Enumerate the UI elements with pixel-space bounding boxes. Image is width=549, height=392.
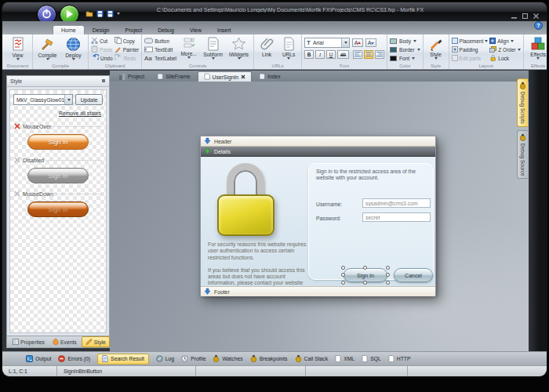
- panel-pin-icon[interactable]: [101, 78, 106, 84]
- effects-button[interactable]: Effects: [526, 36, 547, 60]
- tab-call-stack[interactable]: Call Stack: [295, 354, 329, 363]
- design-canvas[interactable]: Header Details For security reasons this…: [110, 82, 529, 351]
- more-controls-button[interactable]: More...: [178, 36, 199, 59]
- details-band[interactable]: Details: [201, 147, 435, 157]
- tab-output[interactable]: Output: [26, 355, 51, 363]
- selection-handle[interactable]: [386, 281, 390, 285]
- body-color-button[interactable]: Body: [390, 37, 420, 45]
- mousedown-state-icon[interactable]: [14, 191, 20, 198]
- italic-button[interactable]: I: [315, 50, 325, 59]
- painter-button[interactable]: Painter: [115, 45, 140, 53]
- bold-button[interactable]: B: [304, 50, 314, 59]
- button-control-button[interactable]: Button: [144, 37, 176, 45]
- shrink-font-button[interactable]: A: [365, 38, 376, 47]
- tab-profile[interactable]: Profile: [181, 355, 205, 363]
- state-button-mouseover[interactable]: Sign In: [27, 134, 89, 150]
- save-all-icon[interactable]: [107, 6, 114, 20]
- tab-properties[interactable]: Properties: [9, 338, 48, 347]
- tab-debug-scripts[interactable]: Debug Scripts: [517, 78, 528, 127]
- grow-font-button[interactable]: A: [352, 38, 363, 47]
- deploy-button[interactable]: Deploy: [61, 36, 85, 60]
- state-button-disabled[interactable]: Sign In: [27, 168, 89, 183]
- lock-button[interactable]: Lock: [489, 54, 520, 62]
- placement-button[interactable]: Placement: [452, 37, 489, 45]
- ribbon-tab-view[interactable]: View: [182, 26, 209, 34]
- copy-button[interactable]: Copy: [115, 37, 140, 45]
- padding-button[interactable]: Padding: [452, 45, 489, 53]
- strikethrough-button[interactable]: ab: [337, 50, 349, 59]
- font-family-combo[interactable]: T Arial: [304, 38, 350, 48]
- edit-parts-button[interactable]: Edit parts: [452, 54, 489, 62]
- iwidgets-button[interactable]: iWidgets: [227, 36, 251, 60]
- tab-close-icon[interactable]: [241, 74, 245, 80]
- state-button-mousedown[interactable]: Sign In: [27, 201, 89, 217]
- view-button[interactable]: View: [5, 36, 30, 60]
- tab-http[interactable]: HTTP: [388, 355, 411, 363]
- style-preset-combo[interactable]: MkV_GlassyGlow01: [13, 94, 73, 105]
- ribbon-tab-project[interactable]: Project: [117, 26, 150, 34]
- window-title: C:\Documents and Settings\Mauricio Longe…: [128, 7, 453, 13]
- selection-handle[interactable]: [363, 281, 367, 285]
- font-color-button[interactable]: Font: [390, 54, 420, 62]
- selection-handle[interactable]: [341, 273, 345, 277]
- doc-tab-index[interactable]: Index: [253, 71, 286, 82]
- align-button[interactable]: Align: [489, 37, 520, 45]
- subform-button[interactable]: Subform: [201, 36, 225, 60]
- tab-log[interactable]: Log: [156, 355, 174, 363]
- tab-events[interactable]: Events: [49, 337, 80, 347]
- doc-tab-siteframe[interactable]: SiteFrame: [151, 71, 195, 82]
- align-left-button[interactable]: [353, 50, 362, 59]
- style-button[interactable]: Style: [426, 36, 446, 60]
- tab-sql[interactable]: SQL: [362, 355, 381, 363]
- maximize-icon[interactable]: [522, 8, 528, 22]
- cut-button[interactable]: Cut: [91, 37, 113, 45]
- tab-style[interactable]: Style: [82, 336, 110, 347]
- minimize-icon[interactable]: [511, 8, 517, 22]
- designer-form[interactable]: Header Details For security reasons this…: [200, 136, 436, 296]
- undo-button[interactable]: Undo: [91, 54, 113, 62]
- doc-tab-usersignin[interactable]: UserSignIn: [198, 71, 253, 82]
- username-input[interactable]: [362, 198, 431, 208]
- footer-band[interactable]: Footer: [201, 286, 435, 296]
- mouseover-state-icon[interactable]: [14, 123, 20, 130]
- selection-handle[interactable]: [341, 266, 345, 270]
- quick-access-toolbar: [85, 6, 120, 20]
- tab-debug-source[interactable]: Debug Source: [517, 130, 528, 180]
- tab-search-result[interactable]: Search Result: [97, 354, 149, 365]
- ribbon-tab-debug[interactable]: Debug: [150, 26, 182, 34]
- compile-button[interactable]: Compile: [35, 36, 60, 60]
- align-right-button[interactable]: [375, 50, 384, 59]
- selection-handle[interactable]: [386, 266, 390, 270]
- disabled-state-icon[interactable]: [14, 157, 20, 164]
- underline-button[interactable]: U: [326, 50, 336, 59]
- header-band[interactable]: Header: [201, 136, 435, 147]
- help-icon[interactable]: ?: [534, 19, 543, 33]
- save-icon[interactable]: [96, 6, 104, 20]
- tab-xml[interactable]: XML: [335, 355, 354, 363]
- selection-handle[interactable]: [341, 281, 345, 285]
- ribbon-tab-home[interactable]: Home: [53, 25, 85, 34]
- tab-watches[interactable]: Watches: [213, 354, 242, 363]
- password-input[interactable]: [362, 212, 431, 222]
- ribbon-tab-design[interactable]: Design: [85, 26, 118, 34]
- tab-errors[interactable]: Errors (0): [58, 355, 90, 363]
- ribbon-tab-insert[interactable]: Insert: [209, 26, 239, 34]
- textlabel-control-button[interactable]: AaTextLabel: [144, 54, 176, 62]
- paste-button[interactable]: Paste: [91, 45, 113, 53]
- selection-handle[interactable]: [386, 273, 390, 277]
- link-button[interactable]: Link: [256, 36, 277, 57]
- cancel-button[interactable]: Cancel: [394, 268, 433, 282]
- urls-button[interactable]: URLs: [278, 36, 299, 60]
- tab-breakpoints[interactable]: Breakpoints: [250, 354, 288, 363]
- remove-all-states-link[interactable]: Remove all states: [15, 111, 101, 116]
- update-button[interactable]: Update: [75, 94, 103, 105]
- doc-tab-project[interactable]: Project: [113, 71, 150, 82]
- open-icon[interactable]: [85, 6, 93, 20]
- redo-button[interactable]: Redo: [115, 54, 140, 62]
- textedit-control-button[interactable]: TextEdit: [144, 45, 176, 53]
- selection-handle[interactable]: [363, 266, 367, 270]
- align-center-button[interactable]: [364, 50, 373, 59]
- zorder-button[interactable]: Z Order: [489, 45, 520, 53]
- qat-menu-icon[interactable]: [117, 13, 120, 15]
- border-color-button[interactable]: Border: [390, 45, 420, 53]
